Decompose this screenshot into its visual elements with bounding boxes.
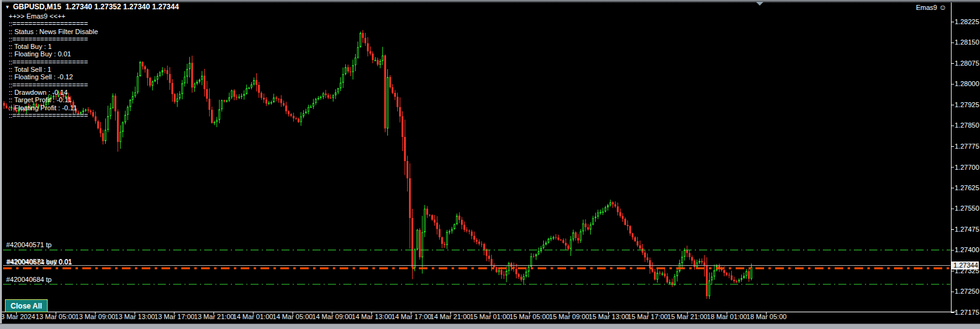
price-tick-label: 1.27550	[955, 204, 980, 212]
ea-watermark-name: Emas9	[916, 4, 937, 11]
order-open-sell-label: #420040684 sell 0.01	[7, 258, 72, 266]
chart-shift-marker-icon[interactable]	[756, 2, 763, 6]
price-tick-label: 1.27250	[955, 287, 980, 295]
ea-panel-line: ++>> Emas9 <<++	[9, 12, 98, 20]
time-axis-label: 18 Mar 05:00	[739, 313, 794, 320]
ea-panel-line: :: Floating Profit : -0.11	[9, 104, 98, 112]
ea-watermark: Emas9☺	[916, 3, 947, 12]
order-tp-upper-label: #420040571 tp	[6, 241, 51, 248]
price-tick-label: 1.27625	[955, 184, 980, 191]
window-bottom-edge	[0, 323, 980, 329]
smiley-icon: ☺	[939, 3, 947, 12]
time-axis[interactable]: 13 Mar 202413 Mar 05:0013 Mar 09:0013 Ma…	[0, 313, 980, 322]
ea-panel-line: ::===================	[9, 81, 98, 89]
price-tick-label: 1.28000	[955, 80, 980, 87]
price-tick-label: 1.27700	[955, 164, 980, 171]
price-axis[interactable]: 1.27344 1.282251.281501.280751.280001.27…	[952, 0, 980, 322]
price-tick-label: 1.27850	[955, 121, 980, 129]
ea-panel-line: ::===================	[9, 58, 98, 66]
ea-panel-line: :: Target Profit : -0.11	[9, 96, 98, 103]
symbol-label: GBPUSD,M15	[13, 2, 61, 11]
close-all-button[interactable]: Close All	[5, 299, 48, 312]
price-tick-label: 1.27325	[955, 267, 980, 274]
price-tick-label: 1.28150	[955, 38, 980, 46]
ea-panel-line: ::===================	[9, 112, 98, 119]
ea-panel-line: ::===================	[9, 35, 98, 43]
chart-plot-area[interactable]	[3, 2, 951, 312]
chevron-down-icon: ▼	[5, 4, 10, 10]
price-tick-label: 1.27400	[955, 246, 980, 253]
window-left-edge	[0, 0, 2, 329]
ea-panel-line: :: Total Buy : 1	[9, 43, 98, 50]
ea-panel-line: :: Total Sell : 1	[9, 66, 98, 73]
ea-panel-line: :: Floating Buy : 0.01	[9, 50, 98, 58]
ea-panel: ++>> Emas9 <<++::===================:: S…	[9, 12, 98, 119]
price-tick-label: 1.27925	[955, 101, 980, 108]
mt4-chart-window: ▼GBPUSD,M15 1.27340 1.27352 1.27340 1.27…	[0, 0, 980, 329]
ea-panel-line: :: Status : News Filter Disable	[9, 28, 98, 35]
window-top-edge	[0, 0, 980, 2]
price-tick-label: 1.27775	[955, 143, 980, 150]
price-tick-label: 1.27475	[955, 226, 980, 233]
ea-panel-line: ::===================	[9, 20, 98, 27]
price-tick-label: 1.28225	[955, 18, 980, 25]
symbol-ohlc-row: ▼GBPUSD,M15 1.27340 1.27352 1.27340 1.27…	[5, 2, 179, 11]
order-tp-lower-label: #420040684 tp	[6, 276, 51, 283]
price-tick-label: 1.28075	[955, 59, 980, 67]
ea-panel-line: :: Floating Sell : -0.12	[9, 73, 98, 81]
ohlc-quotes: 1.27340 1.27352 1.27340 1.27344	[66, 2, 179, 11]
ea-panel-line: :: Drawdown : -0.14	[9, 89, 98, 96]
